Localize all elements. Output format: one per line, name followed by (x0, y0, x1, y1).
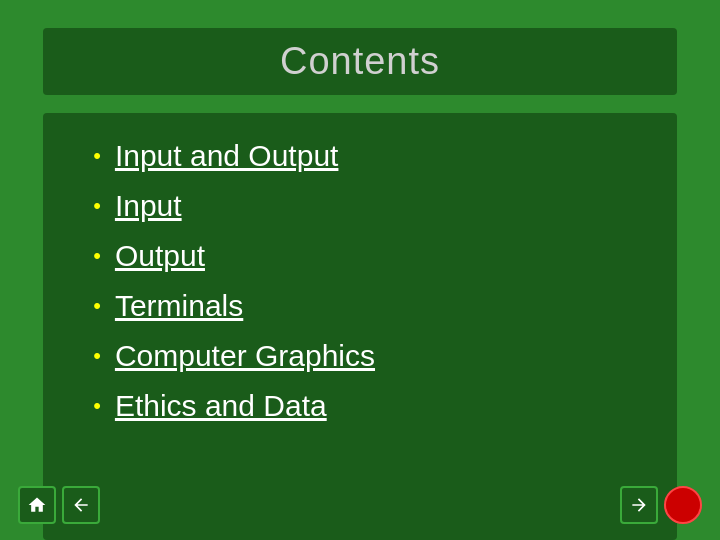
title-bar: Contents (43, 28, 677, 95)
nav-right (620, 486, 702, 524)
stop-button[interactable] (664, 486, 702, 524)
menu-item-terminals: •Terminals (93, 281, 647, 331)
bullet-icon: • (93, 343, 101, 369)
menu-link-ethics-data[interactable]: Ethics and Data (115, 389, 327, 423)
bullet-icon: • (93, 143, 101, 169)
bullet-icon: • (93, 393, 101, 419)
slide-title: Contents (280, 40, 440, 82)
slide: Contents •Input and Output•Input•Output•… (0, 0, 720, 540)
menu-list: •Input and Output•Input•Output•Terminals… (93, 131, 647, 431)
back-button[interactable] (62, 486, 100, 524)
menu-item-input-output: •Input and Output (93, 131, 647, 181)
menu-link-terminals[interactable]: Terminals (115, 289, 243, 323)
menu-link-input[interactable]: Input (115, 189, 182, 223)
bullet-icon: • (93, 193, 101, 219)
menu-link-output[interactable]: Output (115, 239, 205, 273)
nav-left (18, 486, 100, 524)
content-area: •Input and Output•Input•Output•Terminals… (43, 113, 677, 540)
nav-bar (0, 486, 720, 524)
forward-button[interactable] (620, 486, 658, 524)
menu-item-ethics-data: •Ethics and Data (93, 381, 647, 431)
menu-link-input-output[interactable]: Input and Output (115, 139, 339, 173)
menu-item-computer-graphics: •Computer Graphics (93, 331, 647, 381)
menu-item-output: •Output (93, 231, 647, 281)
menu-link-computer-graphics[interactable]: Computer Graphics (115, 339, 375, 373)
home-button[interactable] (18, 486, 56, 524)
bullet-icon: • (93, 293, 101, 319)
menu-item-input: •Input (93, 181, 647, 231)
bullet-icon: • (93, 243, 101, 269)
